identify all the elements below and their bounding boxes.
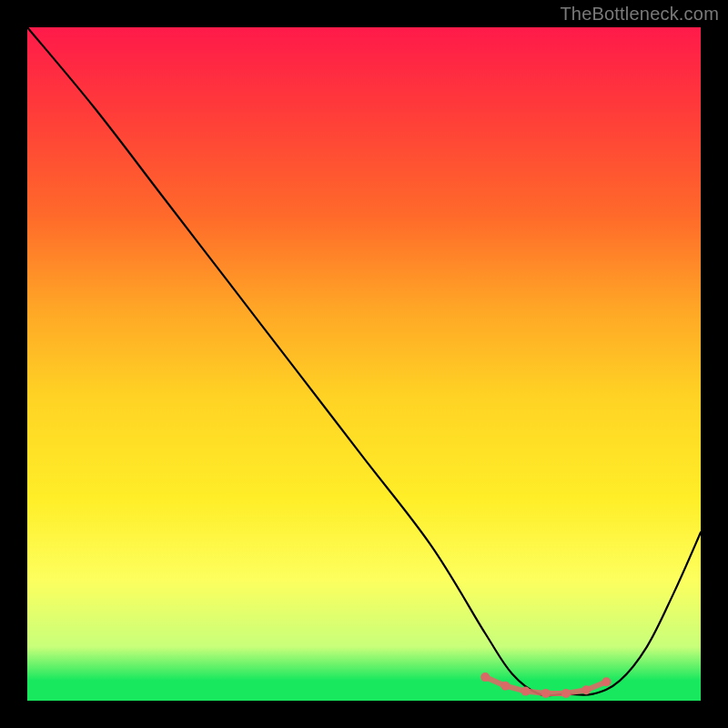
chart-svg [27, 27, 701, 701]
optimal-range-marker [500, 682, 510, 691]
watermark-text: TheBottleneck.com [560, 4, 719, 25]
optimal-range-marker [561, 689, 571, 698]
optimal-range-marker [541, 689, 551, 698]
optimal-range-marker [581, 685, 591, 694]
plot-area [27, 27, 701, 701]
optimal-range-marker [521, 687, 531, 696]
optimal-range-marker [602, 677, 611, 686]
chart-container: TheBottleneck.com [0, 0, 728, 728]
optimal-range-marker [480, 672, 490, 682]
optimal-range-line [485, 677, 606, 693]
bottleneck-curve [27, 27, 701, 695]
optimal-range-markers [480, 672, 611, 698]
